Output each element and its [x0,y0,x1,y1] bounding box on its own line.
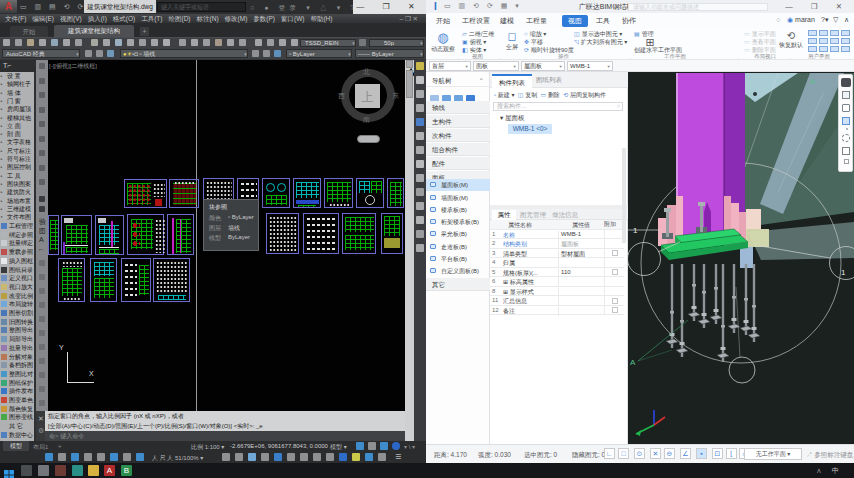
svg-text:1: 1 [633,226,638,235]
svg-text:1: 1 [841,268,846,277]
svg-text:A: A [810,77,816,86]
svg-text:A: A [630,358,636,367]
